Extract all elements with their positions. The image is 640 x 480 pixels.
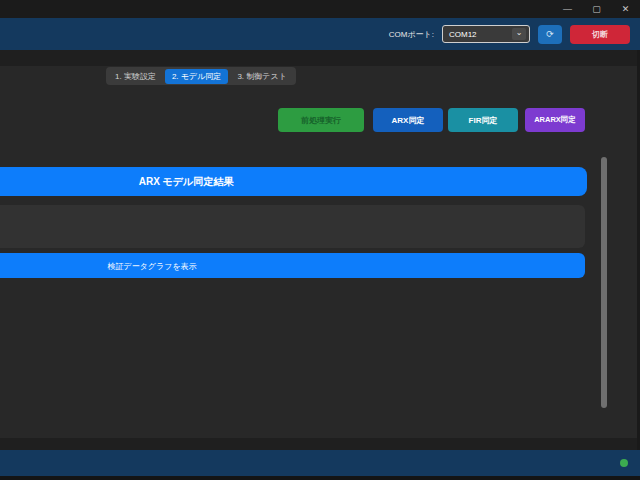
step-tabs: 1. 実験設定 2. モデル同定 3. 制御テスト — [106, 67, 296, 85]
statusbar — [0, 450, 640, 476]
refresh-ports-button[interactable]: ⟳ — [538, 25, 562, 44]
window-bottom-edge — [0, 476, 640, 480]
result-textarea[interactable] — [0, 205, 585, 248]
tab-model-identification[interactable]: 2. モデル同定 — [165, 69, 228, 84]
vertical-scrollbar[interactable] — [601, 157, 607, 408]
tab-control-test[interactable]: 3. 制御テスト — [230, 69, 293, 84]
com-port-label: COMポート: — [389, 29, 434, 40]
ararx-identify-button[interactable]: ARARX同定 — [525, 108, 585, 132]
app-window: — ▢ ✕ COMポート: COM12 ⌄ ⟳ 切断 1. 実験設定 2. モデ… — [0, 0, 640, 480]
com-port-value: COM12 — [449, 30, 477, 39]
tab-experiment-settings[interactable]: 1. 実験設定 — [108, 69, 163, 84]
show-verification-graph-label: 検証データグラフを表示 — [107, 260, 196, 271]
disconnect-button[interactable]: 切断 — [570, 25, 630, 44]
show-verification-graph-button[interactable]: 検証データグラフを表示 — [0, 253, 585, 278]
maximize-icon[interactable]: ▢ — [582, 0, 611, 18]
minimize-icon[interactable]: — — [553, 0, 582, 18]
connection-status-indicator — [620, 459, 628, 467]
refresh-icon: ⟳ — [546, 29, 554, 39]
close-icon[interactable]: ✕ — [611, 0, 640, 18]
preprocess-button[interactable]: 前処理実行 — [278, 108, 364, 132]
connection-header: COMポート: COM12 ⌄ ⟳ 切断 — [0, 18, 640, 50]
com-port-select[interactable]: COM12 ⌄ — [442, 25, 530, 43]
chevron-down-icon: ⌄ — [512, 28, 526, 40]
arx-identify-button[interactable]: ARX同定 — [373, 108, 443, 132]
fir-identify-button[interactable]: FIR同定 — [448, 108, 518, 132]
arx-results-banner: ARX モデル同定結果 — [0, 167, 587, 196]
titlebar: — ▢ ✕ — [0, 0, 640, 18]
identification-actions: 前処理実行 ARX同定 FIR同定 ARARX同定 — [0, 108, 640, 132]
arx-results-title: ARX モデル同定結果 — [139, 175, 234, 189]
